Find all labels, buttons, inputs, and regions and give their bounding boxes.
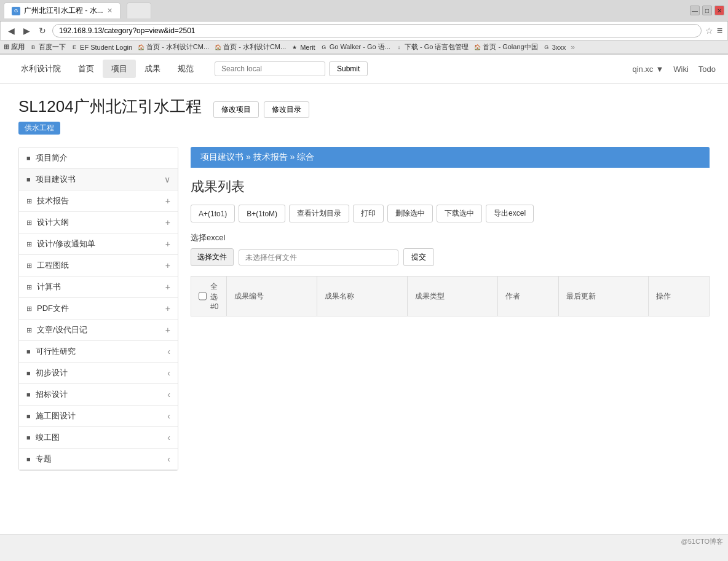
sidebar-item-proposal[interactable]: ■ 项目建议书 ∨ xyxy=(19,169,178,190)
tab-title: 广州北江引水工程 - 水... xyxy=(24,6,103,16)
sidebar-label-drawings: 工程图纸 xyxy=(37,260,160,271)
sidebar-item-calc[interactable]: ⊞ 计算书 + xyxy=(19,277,178,298)
btn-a-plus[interactable]: A+(1to1) xyxy=(191,205,235,222)
select-all-checkbox[interactable] xyxy=(199,292,207,300)
sidebar-item-tender[interactable]: ■ 招标设计 ‹ xyxy=(19,384,178,406)
choose-file-button[interactable]: 选择文件 xyxy=(191,248,234,266)
nav-home[interactable]: 首页 xyxy=(69,60,103,78)
sidebar-icon-proposal: ■ xyxy=(26,176,31,183)
bookmark-gowalker[interactable]: GGo Walker - Go 语... xyxy=(320,42,390,52)
page-footer: @51CTO博客 xyxy=(0,534,728,549)
sidebar-label-intro: 项目简介 xyxy=(36,152,170,163)
url-input[interactable] xyxy=(52,24,702,37)
sidebar-item-notice[interactable]: ⊞ 设计/修改通知单 + xyxy=(19,233,178,255)
top-nav: 水利设计院 首页 项目 成果 规范 Submit qin.xc ▼ Wiki T… xyxy=(0,55,728,84)
new-tab-btn[interactable] xyxy=(127,2,151,18)
wiki-link[interactable]: Wiki xyxy=(673,65,689,74)
nav-standards[interactable]: 规范 xyxy=(169,60,202,78)
sidebar-label-construction: 施工图设计 xyxy=(36,410,163,422)
merit-icon: ★ xyxy=(291,44,298,51)
bookmark-cm1[interactable]: 🏠首页 - 水利设计CM... xyxy=(137,42,209,52)
sidebar-expand-calc[interactable]: + xyxy=(165,282,170,292)
close-icon[interactable]: ✕ xyxy=(714,6,724,15)
sidebar-expand-special[interactable]: ‹ xyxy=(167,454,170,464)
bookmark-icon[interactable]: ☆ xyxy=(705,26,713,36)
sidebar-expand-drawings[interactable]: + xyxy=(165,261,170,270)
nav-project[interactable]: 项目 xyxy=(103,60,136,78)
content-layout: ■ 项目简介 ■ 项目建议书 ∨ ⊞ 技术报告 + ⊞ 设计大纲 + ⊞ 设计/… xyxy=(0,141,728,483)
apps-button[interactable]: ⊞ 应用 xyxy=(4,42,25,52)
3xxx-icon: G xyxy=(543,44,550,51)
excel-label: 选择excel xyxy=(191,232,710,243)
btn-download-selected[interactable]: 下载选中 xyxy=(437,205,482,222)
sidebar-expand-asbuilt[interactable]: ‹ xyxy=(167,433,170,442)
th-result-code: 成果编号 xyxy=(227,277,317,316)
bookmark-godl[interactable]: ↓下载 - Go 语言包管理 xyxy=(395,42,469,52)
menu-icon[interactable]: ≡ xyxy=(717,25,722,36)
th-result-type: 成果类型 xyxy=(408,277,498,316)
cm2-icon: 🏠 xyxy=(214,44,221,51)
close-tab-icon[interactable]: ✕ xyxy=(107,7,113,15)
excel-section: 选择excel 选择文件 提交 xyxy=(191,232,710,266)
bookmark-baidu[interactable]: B百度一下 xyxy=(30,42,66,52)
edit-project-button[interactable]: 修改项目 xyxy=(213,101,259,118)
todo-link[interactable]: Todo xyxy=(698,65,716,74)
sidebar-item-pdf[interactable]: ⊞ PDF文件 + xyxy=(19,298,178,320)
sidebar-expand-feasibility[interactable]: ‹ xyxy=(167,347,170,356)
back-button[interactable]: ◀ xyxy=(6,25,17,37)
sidebar-expand-proposal[interactable]: ∨ xyxy=(164,175,170,184)
sidebar-item-intro[interactable]: ■ 项目简介 xyxy=(19,147,178,169)
sidebar-expand-articles[interactable]: + xyxy=(165,325,170,335)
nav-results[interactable]: 成果 xyxy=(136,60,169,78)
bookmark-ef[interactable]: EEF Student Login xyxy=(71,44,132,51)
reload-button[interactable]: ↻ xyxy=(36,25,49,37)
sidebar-item-feasibility[interactable]: ■ 可行性研究 ‹ xyxy=(19,341,178,363)
sidebar-item-asbuilt[interactable]: ■ 竣工图 ‹ xyxy=(19,427,178,449)
forward-button[interactable]: ▶ xyxy=(21,25,33,37)
cm1-icon: 🏠 xyxy=(137,44,144,51)
maximize-icon[interactable]: □ xyxy=(702,6,712,15)
sidebar-expand-pdf[interactable]: + xyxy=(165,304,170,313)
sidebar-expand-outline[interactable]: + xyxy=(165,218,170,227)
sidebar-item-articles[interactable]: ⊞ 文章/设代日记 + xyxy=(19,320,178,341)
sidebar-icon-special: ■ xyxy=(26,455,31,463)
btn-export-excel[interactable]: 导出excel xyxy=(486,205,534,222)
sidebar-item-construction[interactable]: ■ 施工图设计 ‹ xyxy=(19,406,178,427)
nav-site-title[interactable]: 水利设计院 xyxy=(12,60,69,78)
sidebar-item-drawings[interactable]: ⊞ 工程图纸 + xyxy=(19,255,178,277)
sidebar-icon-tender: ■ xyxy=(26,391,31,398)
sidebar-item-outline[interactable]: ⊞ 设计大纲 + xyxy=(19,212,178,233)
bookmark-golang[interactable]: 🏠首页 - Golang中国 xyxy=(473,42,537,52)
sidebar-label-articles: 文章/设代日记 xyxy=(37,324,160,335)
btn-print[interactable]: 打印 xyxy=(353,205,384,222)
sidebar-expand-notice[interactable]: + xyxy=(165,239,170,249)
search-input[interactable] xyxy=(215,61,325,76)
ef-icon: E xyxy=(71,44,78,51)
submit-excel-button[interactable]: 提交 xyxy=(403,248,434,266)
sidebar-expand-construction[interactable]: ‹ xyxy=(167,411,170,421)
user-menu[interactable]: qin.xc ▼ xyxy=(632,65,663,74)
nav-left: 水利设计院 首页 项目 成果 规范 Submit xyxy=(12,60,368,78)
bookmark-merit[interactable]: ★Merit xyxy=(291,44,315,51)
bookmark-3xxx[interactable]: G3xxx xyxy=(543,44,566,51)
browser-tab[interactable]: G 广州北江引水工程 - 水... ✕ xyxy=(4,2,121,18)
sidebar-icon-pdf: ⊞ xyxy=(26,305,32,313)
bookmarks-bar: ⊞ 应用 B百度一下 EEF Student Login 🏠首页 - 水利设计C… xyxy=(0,41,728,54)
submit-button[interactable]: Submit xyxy=(329,61,368,76)
sidebar-expand-tech[interactable]: + xyxy=(165,196,170,206)
minimize-icon[interactable]: — xyxy=(690,6,700,15)
btn-b-plus[interactable]: B+(1toM) xyxy=(239,205,285,222)
tag-badge: 供水工程 xyxy=(18,122,60,135)
sidebar-item-prelim[interactable]: ■ 初步设计 ‹ xyxy=(19,363,178,384)
btn-delete-selected[interactable]: 删除选中 xyxy=(387,205,433,222)
btn-view-catalog[interactable]: 查看计划目录 xyxy=(289,205,349,222)
sidebar-item-special[interactable]: ■ 专题 ‹ xyxy=(19,449,178,470)
edit-catalog-button[interactable]: 修改目录 xyxy=(264,101,309,118)
bookmark-cm2[interactable]: 🏠首页 - 水利设计CM... xyxy=(214,42,286,52)
more-bookmarks[interactable]: » xyxy=(571,43,575,52)
sidebar-expand-tender[interactable]: ‹ xyxy=(167,390,170,399)
sidebar-item-tech[interactable]: ⊞ 技术报告 + xyxy=(19,190,178,212)
tab-favicon: G xyxy=(12,7,20,15)
sidebar-expand-prelim[interactable]: ‹ xyxy=(167,368,170,378)
results-table: 全选#0 成果编号 成果名称 成果类型 作者 最后更新 操作 xyxy=(191,276,710,316)
